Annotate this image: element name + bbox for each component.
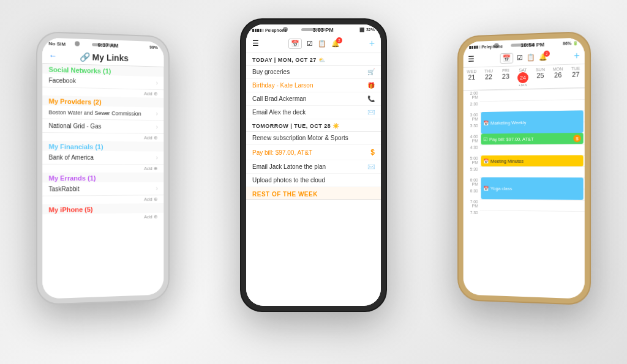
battery-right: 86% 🔋 [563, 41, 578, 46]
section-providers-title: My Providers (2) [48, 97, 101, 106]
carrier-left: No SIM [48, 40, 66, 46]
speaker-middle [301, 28, 326, 31]
menu-icon[interactable]: ☰ [252, 39, 259, 48]
event-icon: 📅 [483, 158, 489, 164]
camera-middle [283, 27, 288, 32]
section-errands: My Errands (1) [42, 173, 163, 183]
task-item[interactable]: Email Alex the deck ✉️ [246, 106, 381, 119]
events-overlay: 📅 Marketing Weekly ☑ Pay bill: $97.00, A… [480, 88, 585, 299]
list-item[interactable]: National Grid - Gas › [42, 119, 163, 134]
toolbar-middle: ☰ 📅 ☑ 📋 🔔 2 + [246, 34, 381, 53]
add-financials-row: Add ⊕ [42, 165, 163, 173]
cal-icon-right[interactable]: 📅 [500, 53, 513, 64]
notification-bell-right[interactable]: 🔔 2 [539, 53, 547, 61]
event-icon: 📅 [483, 120, 489, 125]
screen-right: Pelephone 10:54 PM 86% 🔋 ☰ 📅 ☑ 📋 🔔 2 [464, 37, 585, 299]
task-item[interactable]: Birthday - Kate Larson 🎁 [246, 79, 381, 92]
add-providers-button[interactable]: Add ⊕ [144, 135, 158, 141]
add-financials-button[interactable]: Add ⊕ [144, 166, 158, 171]
email-icon: ✉️ [367, 109, 375, 116]
phones-container: No SIM 9:37 AM 99% ← 🔗 My Links Social N… [0, 0, 627, 364]
week-day-today[interactable]: SAT 24 •JAN [514, 68, 531, 87]
bank-of-america-item: Bank of America [48, 154, 93, 161]
week-day[interactable]: SUN 25 [531, 67, 549, 87]
list-item[interactable]: Boston Water and Sewer Commission › [42, 105, 163, 121]
dollar-icon: $ [370, 148, 375, 157]
week-strip: WED 21 THU 22 FRI 23 SAT 24 •JAN [464, 64, 585, 91]
email-icon: ✉️ [367, 163, 375, 170]
time-grid: 2:00 PM 2:30 3:00 PM 3:30 4:00 PM 4:30 5… [464, 88, 585, 299]
battery-middle: ⬛ 32% [359, 28, 375, 32]
phone-icon: 📞 [367, 95, 375, 102]
event-meeting[interactable]: 📅 Meeting Minutes [481, 155, 584, 166]
task-item[interactable]: Email Jack Latone the plan ✉️ [246, 160, 381, 174]
dollar-badge: $ [573, 135, 580, 142]
notes-icon-right[interactable]: 📋 [527, 53, 535, 61]
screen-middle: Pelephone 3:03 PM ⬛ 32% ☰ 📅 ☑ 📋 🔔 2 [246, 24, 381, 306]
screen-left: No SIM 9:37 AM 99% ← 🔗 My Links Social N… [42, 37, 163, 299]
task-item[interactable]: Renew subscription Motor & Sports [246, 132, 381, 145]
phone-left: No SIM 9:37 AM 99% ← 🔗 My Links Social N… [36, 31, 170, 306]
week-day[interactable]: MON 26 [549, 67, 567, 86]
event-marketing[interactable]: 📅 Marketing Weekly [481, 110, 584, 133]
section-iphone-title: My iPhone (5) [48, 206, 92, 214]
camera-left [75, 41, 80, 46]
add-iphone-button[interactable]: Add ⊕ [144, 214, 158, 220]
check-icon-right[interactable]: ☑ [517, 54, 523, 62]
add-icon-right[interactable]: + [574, 50, 580, 62]
menu-icon-right[interactable]: ☰ [468, 55, 475, 64]
calendar-icon[interactable]: 📅 [288, 39, 302, 49]
add-icon[interactable]: + [369, 38, 375, 49]
link-icon: 🔗 [80, 52, 90, 62]
event-icon: 📅 [483, 185, 489, 191]
checklist-icon[interactable]: ☑ [307, 40, 313, 48]
phone-middle: Pelephone 3:03 PM ⬛ 32% ☰ 📅 ☑ 📋 🔔 2 [240, 18, 387, 312]
week-day[interactable]: THU 22 [480, 69, 497, 87]
chevron-icon: › [156, 185, 158, 192]
week-day[interactable]: TUE 27 [567, 66, 585, 86]
rest-of-week-header: REST OF THE WEEK [246, 187, 381, 200]
task-item[interactable]: Pay bill: $97.00, AT&T $ [246, 145, 381, 160]
task-item[interactable]: Upload photos to the cloud [246, 174, 381, 187]
tomorrow-header: TOMORROW | TUE, OCT 28 ☀️ [246, 119, 381, 132]
event-paybill[interactable]: ☑ Pay bill: $97.00, AT&T $ [481, 133, 584, 144]
notes-icon[interactable]: 📋 [318, 40, 326, 48]
today-header: TODAY | MON, OCT 27 ⛅ [246, 53, 381, 65]
chevron-icon: › [156, 110, 158, 117]
event-yoga[interactable]: 📅 Yoga class [481, 177, 584, 200]
toolbar-icons: 📅 ☑ 📋 🔔 2 [288, 39, 340, 49]
chevron-icon: › [156, 124, 158, 130]
mylinks-title: 🔗 My Links [48, 51, 157, 64]
section-financials: My Financials (1) [42, 141, 163, 151]
list-item[interactable]: Bank of America › [42, 151, 163, 165]
week-day[interactable]: WED 21 [464, 69, 480, 88]
list-item[interactable]: TaskRabbit › [42, 182, 163, 196]
battery-left: 99% [149, 45, 157, 49]
gift-icon: 🎁 [367, 82, 375, 89]
notification-bell[interactable]: 🔔 2 [331, 40, 340, 48]
section-errands-title: My Errands (1) [48, 174, 96, 182]
carrier-middle: Pelephone [252, 28, 287, 32]
add-iphone-row: Add ⊕ [42, 213, 163, 223]
task-icon: 🛒 [367, 69, 375, 75]
task-item[interactable]: Call Brad Ackerman 📞 [246, 92, 381, 106]
week-day[interactable]: FRI 23 [497, 68, 514, 87]
back-button[interactable]: ← [48, 51, 56, 61]
chevron-icon: › [156, 154, 158, 161]
check-icon: ☑ [483, 136, 487, 142]
phone-right: Pelephone 10:54 PM 86% 🔋 ☰ 📅 ☑ 📋 🔔 2 [457, 31, 591, 306]
add-errands-button[interactable]: Add ⊕ [144, 196, 158, 202]
add-social-button[interactable]: Add ⊕ [144, 91, 158, 96]
task-item[interactable]: Buy groceries 🛒 [246, 65, 381, 79]
chevron-icon: › [156, 80, 158, 86]
section-financials-title: My Financials (1) [48, 143, 103, 150]
